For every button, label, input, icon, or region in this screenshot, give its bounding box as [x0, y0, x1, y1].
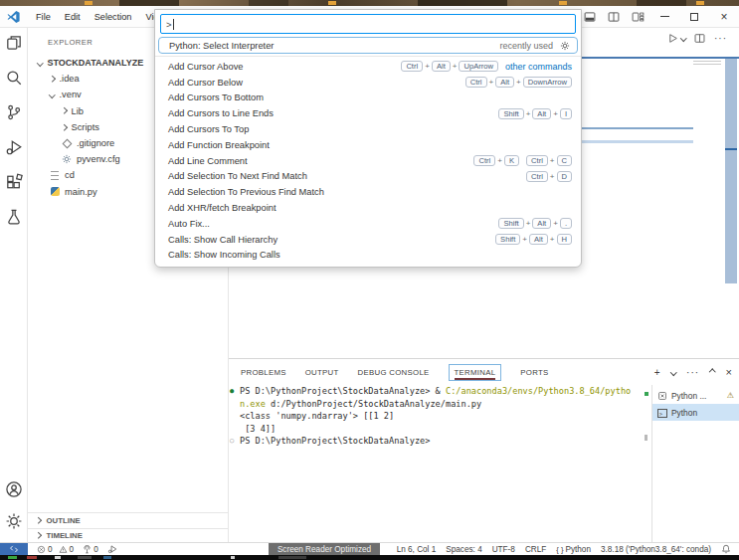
- terminal-line: ○PS D:\PythonProject\StockDataAnalyze>: [229, 435, 651, 448]
- palette-item[interactable]: Add Cursor BelowCtrl+Alt+DownArrow: [155, 75, 581, 91]
- search-icon[interactable]: [5, 69, 23, 87]
- other-commands-link[interactable]: other commands: [505, 62, 572, 72]
- testing-icon[interactable]: [5, 208, 23, 226]
- palette-item[interactable]: Add XHR/fetch Breakpoint: [155, 200, 581, 216]
- recently-used-label: recently used: [499, 41, 553, 51]
- chevron-right-icon: [35, 517, 41, 523]
- explorer-icon[interactable]: [5, 34, 23, 52]
- palette-item-label: Add XHR/fetch Breakpoint: [168, 203, 277, 213]
- terminal-tab-python[interactable]: >_Python: [652, 404, 739, 421]
- terminal-text: C:/anaconda3/envs/Python3.8_64/pytho: [446, 386, 631, 396]
- palette-item-label: Add Function Breakpoint: [168, 140, 270, 150]
- remote-indicator[interactable]: [0, 543, 28, 556]
- new-terminal-icon[interactable]: +: [654, 367, 660, 378]
- braces-icon: { }: [556, 545, 563, 554]
- palette-item[interactable]: Add Line CommentCtrl+KCtrl+C: [155, 153, 581, 169]
- command-decoration-success[interactable]: ●: [230, 385, 234, 398]
- outline-section[interactable]: OUTLINE: [28, 512, 228, 528]
- panel-actions: + ··· ×: [654, 359, 732, 385]
- account-icon[interactable]: [5, 480, 23, 498]
- palette-item[interactable]: Add Function Breakpoint: [155, 137, 581, 153]
- close-panel-icon[interactable]: ×: [726, 366, 732, 378]
- ports-status[interactable]: 0: [83, 545, 98, 554]
- split-editor-icon[interactable]: [602, 6, 626, 27]
- panel-tab-output[interactable]: OUTPUT: [305, 368, 339, 377]
- terminal-line: <class 'numpy.ndarray'> [[1 2]: [229, 410, 651, 423]
- palette-item[interactable]: Add Cursors To Top: [155, 121, 581, 137]
- panel-tab-problems[interactable]: PROBLEMS: [241, 368, 286, 377]
- customize-layout-icon[interactable]: [626, 6, 649, 27]
- warning-count: 0: [70, 545, 75, 554]
- palette-item[interactable]: Add Cursor AboveCtrl+Alt+UpArrowother co…: [155, 59, 581, 75]
- timeline-section[interactable]: TIMELINE: [28, 528, 228, 542]
- indentation-status[interactable]: Spaces: 4: [446, 545, 481, 554]
- eol-status[interactable]: CRLF: [525, 545, 546, 554]
- notifications-bell-icon[interactable]: [721, 544, 731, 554]
- terminal-text: n.exe: [240, 399, 266, 409]
- palette-item-label: Add Selection To Next Find Match: [168, 171, 307, 181]
- keybinding: Ctrl+D: [526, 171, 572, 182]
- menu-edit[interactable]: Edit: [58, 12, 88, 22]
- close-button[interactable]: ×: [709, 6, 739, 27]
- palette-item[interactable]: Calls: Show Call HierarchyShift+Alt+H: [155, 232, 581, 248]
- command-palette: > Python: Select Interpreterrecently use…: [154, 9, 582, 268]
- command-input[interactable]: >: [160, 14, 576, 34]
- palette-item-label: Add Cursors to Line Ends: [168, 108, 274, 118]
- panel-tab-ports[interactable]: PORTS: [520, 368, 548, 377]
- keybinding: Ctrl+K: [473, 155, 519, 166]
- tree-item-label: pyvenv.cfg: [77, 154, 120, 164]
- terminal-tabs-list: Python ...⚠>_Python: [652, 387, 739, 421]
- menu-file[interactable]: File: [29, 12, 58, 22]
- terminal-dropdown-icon[interactable]: [671, 370, 676, 375]
- terminal-line: n.exe d:/PythonProject/StockDataAnalyze/…: [229, 398, 651, 411]
- palette-item-label: Add Selection To Previous Find Match: [168, 187, 324, 197]
- terminal-tab-python-[interactable]: Python ...⚠: [652, 387, 739, 404]
- command-list: Python: Select Interpreterrecently usedA…: [155, 37, 581, 268]
- tree-item-label: main.py: [65, 187, 97, 197]
- python-interpreter-status[interactable]: 3.8.18 ('Python3.8_64': conda): [601, 545, 711, 554]
- palette-item[interactable]: Calls: Show Outgoing Calls: [155, 263, 581, 268]
- maximize-button[interactable]: [679, 6, 709, 27]
- palette-item[interactable]: Add Cursors To Bottom: [155, 91, 581, 106]
- minimap[interactable]: [725, 59, 737, 283]
- text-caret: [173, 19, 174, 30]
- settings-gear-icon[interactable]: [5, 512, 23, 530]
- palette-item-label: Auto Fix...: [168, 219, 210, 229]
- panel-tab-terminal[interactable]: TERMINAL: [449, 364, 502, 381]
- run-debug-icon[interactable]: [5, 138, 23, 156]
- palette-item[interactable]: Add Selection To Next Find MatchCtrl+D: [155, 169, 581, 185]
- palette-item-label: Add Cursor Above: [168, 62, 243, 72]
- menu-selection[interactable]: Selection: [88, 12, 139, 22]
- palette-item[interactable]: Python: Select Interpreterrecently used: [158, 37, 578, 54]
- run-python-file-button[interactable]: [667, 33, 686, 44]
- maximize-panel-icon[interactable]: [710, 370, 715, 375]
- panel-tab-debug-console[interactable]: DEBUG CONSOLE: [358, 368, 430, 377]
- tree-item-label: .venv: [60, 90, 82, 99]
- debug-status-icon[interactable]: [107, 544, 117, 554]
- split-editor-button[interactable]: [694, 33, 705, 44]
- terminal-line: ●PS D:\PythonProject\StockDataAnalyze> &…: [229, 385, 651, 398]
- language-status[interactable]: { } Python: [556, 545, 591, 554]
- palette-item[interactable]: Auto Fix...Shift+Alt+.: [155, 216, 581, 232]
- palette-item-label: Add Cursors To Top: [168, 124, 249, 134]
- command-decoration-pending[interactable]: ○: [230, 435, 234, 448]
- encoding-status[interactable]: UTF-8: [492, 545, 515, 554]
- extensions-icon[interactable]: [5, 173, 23, 191]
- palette-item-label: Calls: Show Incoming Calls: [168, 250, 280, 260]
- problems-status[interactable]: 0 0: [37, 545, 74, 554]
- line-col-status[interactable]: Ln 6, Col 1: [397, 545, 437, 554]
- screen-reader-badge[interactable]: Screen Reader Optimized: [269, 543, 380, 555]
- source-control-icon[interactable]: [5, 103, 23, 121]
- tree-item-label: .gitignore: [77, 138, 114, 148]
- gear-icon: [62, 154, 72, 164]
- more-actions-icon[interactable]: ···: [686, 367, 699, 378]
- terminal-output[interactable]: ●PS D:\PythonProject\StockDataAnalyze> &…: [229, 385, 651, 543]
- palette-item[interactable]: Add Cursors to Line EndsShift+Alt+I: [155, 105, 581, 121]
- palette-item[interactable]: Add Selection To Previous Find Match: [155, 184, 581, 200]
- gear-icon[interactable]: [560, 41, 570, 51]
- more-actions-icon[interactable]: ···: [714, 33, 727, 44]
- tree-item-label: Scripts: [72, 122, 99, 132]
- minimize-button[interactable]: [649, 6, 679, 27]
- file-icon: [50, 170, 60, 180]
- palette-item[interactable]: Calls: Show Incoming Calls: [155, 248, 581, 264]
